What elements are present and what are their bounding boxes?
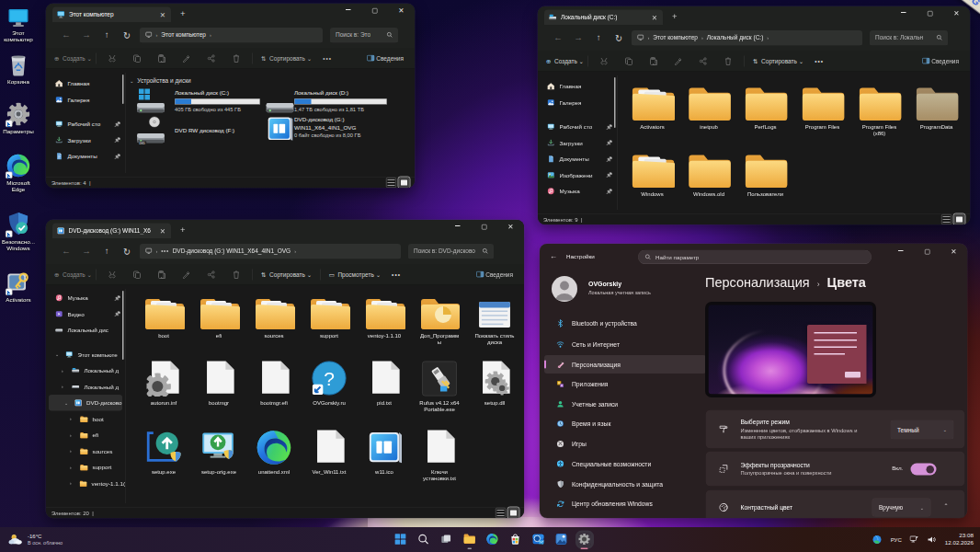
svg-text:?: ?	[324, 368, 335, 389]
svg-text:DVD: DVD	[139, 142, 144, 145]
